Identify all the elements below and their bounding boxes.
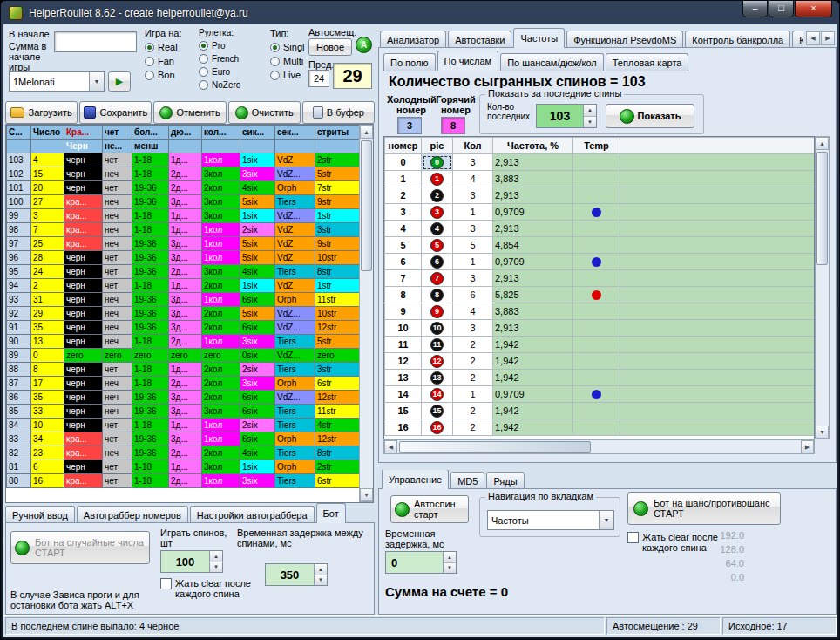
history-cell[interactable]: 1кол xyxy=(202,335,240,349)
history-cell[interactable]: 2кол xyxy=(202,363,240,377)
history-column-header[interactable]: Число xyxy=(31,126,64,140)
history-cell[interactable]: неч xyxy=(103,321,132,335)
history-row[interactable]: 8533черннеч19-363д...3кол6sixTiers11str xyxy=(7,405,361,419)
history-cell[interactable]: 19-36 xyxy=(132,405,169,419)
history-cell[interactable]: чет xyxy=(103,474,132,488)
last-count-spinner[interactable]: 103 xyxy=(536,104,597,128)
history-cell[interactable]: 3str xyxy=(315,223,361,237)
history-row[interactable]: 9135черннеч19-363д...2кол6sixVdZ...12str xyxy=(7,321,361,335)
history-cell[interactable]: 1six xyxy=(240,460,275,474)
random-numbers-bot-button[interactable]: Бот на случайные числа СТАРТ xyxy=(10,531,150,564)
history-cell[interactable]: 6six xyxy=(240,405,275,419)
freq-pic-cell[interactable]: 7 xyxy=(422,270,453,287)
show-button[interactable]: Показать xyxy=(606,104,694,128)
spinner-up-icon[interactable] xyxy=(315,564,327,575)
history-cell[interactable]: Orph xyxy=(275,432,315,446)
freq-percent-cell[interactable]: 5,825 xyxy=(493,287,573,303)
history-cell[interactable]: Orph xyxy=(275,377,315,391)
freq-percent-cell[interactable]: 1,942 xyxy=(493,353,573,370)
freq-pic-cell[interactable]: 2 xyxy=(422,187,453,204)
history-cell[interactable]: 2д... xyxy=(169,446,202,460)
freq-count-cell[interactable]: 6 xyxy=(453,287,493,303)
radio-multi[interactable]: Multi xyxy=(270,56,304,66)
scroll-down-icon[interactable] xyxy=(816,426,829,439)
tabs-scroll-right-icon[interactable] xyxy=(821,31,835,45)
freq-row[interactable]: 7732,913 xyxy=(385,270,816,287)
freq-temp-cell[interactable] xyxy=(573,353,620,370)
history-cell[interactable]: чет xyxy=(103,432,132,446)
history-cell[interactable]: 87 xyxy=(7,377,31,391)
history-cell[interactable]: 1д... xyxy=(169,223,202,237)
history-cell[interactable]: 3кол xyxy=(202,460,240,474)
history-cell[interactable]: 103 xyxy=(7,153,31,167)
freq-count-cell[interactable]: 2 xyxy=(453,337,493,353)
radio-bon[interactable]: Bon xyxy=(145,70,181,80)
history-cell[interactable]: Tiers xyxy=(275,265,315,279)
right-tab-1[interactable]: Автоставки xyxy=(448,31,511,48)
preset-combobox[interactable]: 1Melonati xyxy=(9,71,105,92)
freq-percent-cell[interactable]: 2,913 xyxy=(493,221,573,237)
control-delay-spinner[interactable]: 0 xyxy=(385,551,457,574)
history-cell[interactable]: 28 xyxy=(31,251,64,265)
chance-bot-start-button[interactable]: Бот на шанс/противошанс СТАРТ xyxy=(627,492,781,525)
history-cell[interactable]: Tiers xyxy=(275,363,315,377)
history-cell[interactable]: черн xyxy=(64,335,103,349)
history-column-header[interactable]: бол... xyxy=(132,126,169,140)
freq-count-cell[interactable]: 4 xyxy=(453,303,493,320)
freq-count-cell[interactable]: 2 xyxy=(453,403,493,419)
history-cell[interactable]: чет xyxy=(103,460,132,474)
freq-percent-cell[interactable]: 0,9709 xyxy=(493,254,573,270)
history-cell[interactable]: черн xyxy=(64,321,103,335)
history-cell[interactable]: неч xyxy=(103,405,132,419)
tabs-scroll-left-icon[interactable] xyxy=(806,31,820,45)
freq-pic-cell[interactable]: 0 xyxy=(422,154,453,171)
maximize-button[interactable]: □ xyxy=(769,1,794,17)
spinner-down-icon[interactable] xyxy=(584,117,596,128)
history-cell[interactable]: 2str xyxy=(315,153,361,167)
history-cell[interactable]: 2д... xyxy=(169,265,202,279)
checkbox-icon[interactable] xyxy=(160,578,172,589)
history-cell[interactable]: zero xyxy=(103,349,132,363)
history-column-subheader[interactable] xyxy=(7,140,31,153)
history-cell[interactable]: черн xyxy=(64,265,103,279)
freq-percent-cell[interactable]: 2,913 xyxy=(493,154,573,171)
history-cell[interactable]: 2кол xyxy=(202,391,240,405)
freq-temp-cell[interactable] xyxy=(573,237,620,254)
freq-count-cell[interactable]: 4 xyxy=(453,171,493,187)
history-cell[interactable]: черн xyxy=(64,377,103,391)
freq-column-header[interactable]: номер xyxy=(385,138,422,154)
freq-pic-cell[interactable]: 12 xyxy=(422,353,453,370)
history-column-header[interactable]: С... xyxy=(7,126,31,140)
freq-temp-cell[interactable] xyxy=(573,204,620,221)
history-cell[interactable]: 1-18 xyxy=(132,279,169,293)
load-button[interactable]: Загрузить xyxy=(5,101,78,124)
history-cell[interactable]: кра... xyxy=(64,209,103,223)
history-column-header[interactable]: кол... xyxy=(202,126,240,140)
history-row[interactable]: 8410чернчет1-181д...1кол2sixTiers4str xyxy=(7,419,361,432)
history-cell[interactable]: 19-36 xyxy=(132,321,169,335)
history-cell[interactable]: 1д... xyxy=(169,460,202,474)
history-row[interactable]: 8717черннеч1-182д...2кол3sixOrph6str xyxy=(7,377,361,391)
radio-real[interactable]: Real xyxy=(145,42,181,52)
freq-number-cell[interactable]: 2 xyxy=(385,187,422,204)
history-cell[interactable]: черн xyxy=(64,279,103,293)
clear-after-spin-checkbox[interactable]: Жать clear после каждого спина xyxy=(160,578,274,599)
freq-row[interactable]: 5554,854 xyxy=(385,237,816,254)
freq-number-cell[interactable]: 1 xyxy=(385,171,422,187)
history-cell[interactable]: 8 xyxy=(31,363,64,377)
history-cell[interactable]: 3кол xyxy=(202,195,240,209)
history-cell[interactable]: 3д... xyxy=(169,432,202,446)
history-cell[interactable]: 3д... xyxy=(169,237,202,251)
freq-percent-cell[interactable]: 3,883 xyxy=(493,303,573,320)
history-cell[interactable]: VdZ xyxy=(275,237,315,251)
history-cell[interactable]: zero xyxy=(315,349,361,363)
freq-pic-cell[interactable]: 13 xyxy=(422,370,453,386)
radio-live[interactable]: Live xyxy=(270,70,304,80)
left-tab-1[interactable]: Автограббер номеров xyxy=(77,506,188,523)
history-cell[interactable]: 88 xyxy=(7,363,31,377)
history-cell[interactable]: 5six xyxy=(240,307,275,321)
history-cell[interactable]: 1-18 xyxy=(132,335,169,349)
freq-number-cell[interactable]: 16 xyxy=(385,419,422,436)
control-tab-0[interactable]: Управление xyxy=(382,470,449,489)
history-cell[interactable]: 2кол xyxy=(202,307,240,321)
